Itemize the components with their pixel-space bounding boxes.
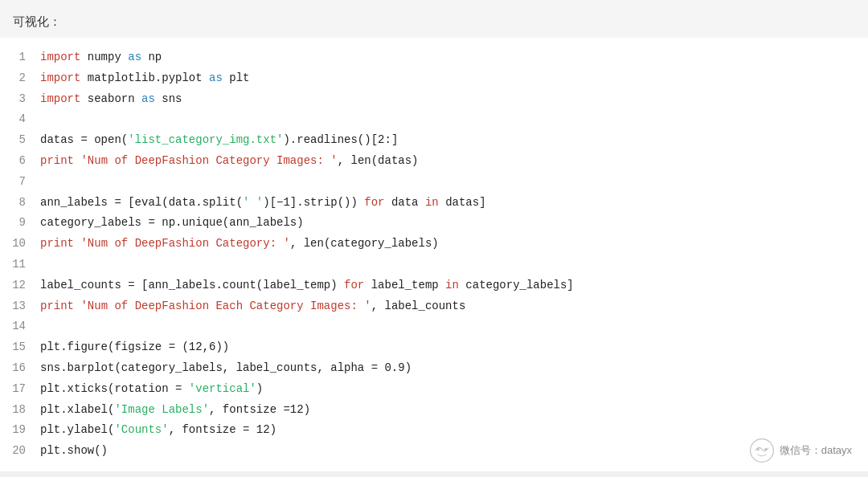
line-number: 2: [0, 68, 40, 89]
code-line: 1import numpy as np: [0, 47, 868, 68]
line-content: [40, 109, 868, 130]
line-number: 8: [0, 193, 40, 214]
line-content: import matplotlib.pyplot as plt: [40, 68, 868, 89]
line-number: 6: [0, 151, 40, 172]
line-number: 11: [0, 255, 40, 275]
line-content: plt.xticks(rotation = 'vertical'): [40, 379, 868, 400]
code-line: 11: [0, 255, 868, 275]
code-line: 20plt.show(): [0, 441, 868, 462]
watermark-text: 微信号：datayx: [780, 443, 852, 458]
line-content: plt.show(): [40, 441, 868, 462]
line-number: 4: [0, 109, 40, 130]
code-line: 2import matplotlib.pyplot as plt: [0, 68, 868, 89]
line-number: 1: [0, 47, 40, 68]
header-label: 可视化：: [0, 8, 868, 38]
code-line: 14: [0, 316, 868, 337]
svg-point-2: [764, 448, 767, 450]
line-number: 15: [0, 337, 40, 358]
line-number: 13: [0, 296, 40, 317]
code-line: 15plt.figure(figsize = (12,6)): [0, 337, 868, 358]
footer: @51CTO博客: [0, 471, 868, 477]
code-line: 6print 'Num of DeepFashion Category Imag…: [0, 151, 868, 172]
line-number: 7: [0, 172, 40, 193]
code-line: 9category_labels = np.unique(ann_labels): [0, 213, 868, 234]
line-number: 5: [0, 130, 40, 151]
watermark-icon: [749, 438, 775, 463]
line-content: [40, 172, 868, 193]
line-content: print 'Num of DeepFashion Category Image…: [40, 151, 868, 172]
line-content: plt.ylabel('Counts', fontsize = 12): [40, 420, 868, 441]
code-table: 1import numpy as np2import matplotlib.py…: [0, 47, 868, 462]
line-content: plt.figure(figsize = (12,6)): [40, 337, 868, 358]
watermark: 微信号：datayx: [749, 438, 852, 463]
line-content: datas = open('list_category_img.txt').re…: [40, 130, 868, 151]
line-content: print 'Num of DeepFashion Category: ', l…: [40, 234, 868, 255]
line-number: 20: [0, 441, 40, 462]
line-content: import numpy as np: [40, 47, 868, 68]
line-number: 10: [0, 234, 40, 255]
code-line: 8ann_labels = [eval(data.split(' ')[−1].…: [0, 193, 868, 214]
line-content: [40, 255, 868, 275]
code-line: 5datas = open('list_category_img.txt').r…: [0, 130, 868, 151]
code-block: 1import numpy as np2import matplotlib.py…: [0, 38, 868, 471]
code-line: 19plt.ylabel('Counts', fontsize = 12): [0, 420, 868, 441]
line-content: import seaborn as sns: [40, 89, 868, 110]
line-content: plt.xlabel('Image Labels', fontsize =12): [40, 400, 868, 421]
code-line: 17plt.xticks(rotation = 'vertical'): [0, 379, 868, 400]
code-line: 18plt.xlabel('Image Labels', fontsize =1…: [0, 400, 868, 421]
line-number: 19: [0, 420, 40, 441]
line-number: 3: [0, 89, 40, 110]
line-number: 12: [0, 275, 40, 296]
page-wrapper: 可视化： 1import numpy as np2import matplotl…: [0, 0, 868, 477]
line-number: 9: [0, 213, 40, 234]
code-line: 3import seaborn as sns: [0, 89, 868, 110]
code-line: 4: [0, 109, 868, 130]
line-content: [40, 316, 868, 337]
code-line: 16sns.barplot(category_labels, label_cou…: [0, 358, 868, 379]
line-number: 16: [0, 358, 40, 379]
code-line: 10print 'Num of DeepFashion Category: ',…: [0, 234, 868, 255]
line-content: category_labels = np.unique(ann_labels): [40, 213, 868, 234]
line-content: print 'Num of DeepFashion Each Category …: [40, 296, 868, 317]
code-line: 12label_counts = [ann_labels.count(label…: [0, 275, 868, 296]
line-content: ann_labels = [eval(data.split(' ')[−1].s…: [40, 193, 868, 214]
line-content: sns.barplot(category_labels, label_count…: [40, 358, 868, 379]
code-line: 7: [0, 172, 868, 193]
line-number: 17: [0, 379, 40, 400]
code-line: 13print 'Num of DeepFashion Each Categor…: [0, 296, 868, 317]
line-content: label_counts = [ann_labels.count(label_t…: [40, 275, 868, 296]
line-number: 14: [0, 316, 40, 337]
svg-point-1: [756, 448, 759, 450]
line-number: 18: [0, 400, 40, 421]
svg-point-0: [750, 439, 773, 463]
